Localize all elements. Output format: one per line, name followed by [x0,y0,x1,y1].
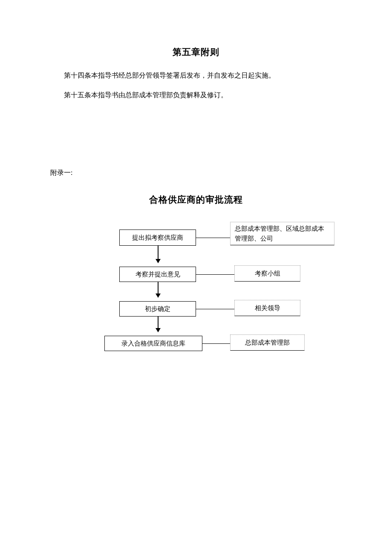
chapter-title: 第五章附则 [0,46,392,58]
flow-step-3-actor: 相关领导 [234,300,300,316]
arrow-down-icon [158,282,159,297]
flow-step-1-action: 提出拟考察供应商 [119,230,196,246]
arrow-down-icon [158,317,159,332]
flow-step-3-action: 初步确定 [119,301,196,317]
arrow-down-icon [158,246,159,263]
connector-line [196,274,234,275]
flow-step-4-actor: 总部成本管理部 [230,334,305,351]
appendix-label: 附录一: [50,169,392,177]
flow-step-2-action: 考察并提出意见 [119,267,196,282]
flow-step-4-action: 录入合格供应商信息库 [104,336,202,351]
flowchart-container: 提出拟考察供应商 总部成本管理部、区域总部成本管理部、公司 考察并提出意见 考察… [102,222,341,375]
article-15-paragraph: 第十五条本指导书由总部成本管理部负责解释及修订。 [64,90,341,101]
connector-line [202,343,230,344]
flowchart-title: 合格供应商的审批流程 [0,194,392,206]
flow-step-2-actor: 考察小组 [234,265,300,282]
article-14-paragraph: 第十四条本指导书经总部分管领导签署后发布，并自发布之日起实施。 [64,70,341,81]
connector-line [196,238,230,238]
flow-step-1-actor: 总部成本管理部、区域总部成本管理部、公司 [230,222,334,245]
connector-line [196,309,234,309]
